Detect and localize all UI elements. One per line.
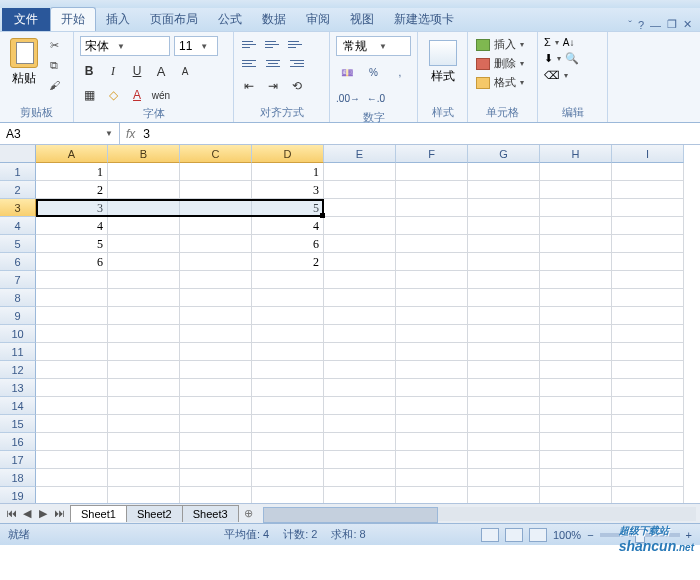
- cell-B1[interactable]: [108, 163, 180, 181]
- cell-C10[interactable]: [180, 325, 252, 343]
- cell-B18[interactable]: [108, 469, 180, 487]
- normal-view-button[interactable]: [481, 528, 499, 542]
- cell-F5[interactable]: [396, 235, 468, 253]
- cell-B9[interactable]: [108, 307, 180, 325]
- tab-view[interactable]: 视图: [340, 8, 384, 31]
- cell-B19[interactable]: [108, 487, 180, 503]
- cell-A11[interactable]: [36, 343, 108, 361]
- tab-insert[interactable]: 插入: [96, 8, 140, 31]
- cell-C17[interactable]: [180, 451, 252, 469]
- cell-A5[interactable]: 5: [36, 235, 108, 253]
- cell-C11[interactable]: [180, 343, 252, 361]
- column-header-D[interactable]: D: [252, 145, 324, 163]
- font-size-combo[interactable]: 11 ▼: [174, 36, 218, 56]
- cell-E13[interactable]: [324, 379, 396, 397]
- cell-A7[interactable]: [36, 271, 108, 289]
- cell-G18[interactable]: [468, 469, 540, 487]
- cell-A4[interactable]: 4: [36, 217, 108, 235]
- row-header-2[interactable]: 2: [0, 181, 36, 199]
- cell-H5[interactable]: [540, 235, 612, 253]
- cell-E1[interactable]: [324, 163, 396, 181]
- cell-D8[interactable]: [252, 289, 324, 307]
- underline-button[interactable]: U: [128, 62, 146, 80]
- cell-F3[interactable]: [396, 199, 468, 217]
- page-break-view-button[interactable]: [529, 528, 547, 542]
- cell-B4[interactable]: [108, 217, 180, 235]
- zoom-out-button[interactable]: −: [587, 529, 593, 541]
- cell-I3[interactable]: [612, 199, 684, 217]
- cell-G13[interactable]: [468, 379, 540, 397]
- cell-C5[interactable]: [180, 235, 252, 253]
- cell-A13[interactable]: [36, 379, 108, 397]
- cell-B14[interactable]: [108, 397, 180, 415]
- row-header-17[interactable]: 17: [0, 451, 36, 469]
- orientation-button[interactable]: ⟲: [288, 77, 306, 95]
- cell-H12[interactable]: [540, 361, 612, 379]
- cell-D6[interactable]: 2: [252, 253, 324, 271]
- cell-D11[interactable]: [252, 343, 324, 361]
- cell-E6[interactable]: [324, 253, 396, 271]
- currency-button[interactable]: 💷: [336, 62, 358, 82]
- cell-B6[interactable]: [108, 253, 180, 271]
- cell-G2[interactable]: [468, 181, 540, 199]
- cell-I7[interactable]: [612, 271, 684, 289]
- column-header-A[interactable]: A: [36, 145, 108, 163]
- cell-C1[interactable]: [180, 163, 252, 181]
- cell-F16[interactable]: [396, 433, 468, 451]
- row-header-6[interactable]: 6: [0, 253, 36, 271]
- cell-H6[interactable]: [540, 253, 612, 271]
- cell-A6[interactable]: 6: [36, 253, 108, 271]
- cell-F9[interactable]: [396, 307, 468, 325]
- phonetic-button[interactable]: wén: [152, 86, 170, 104]
- column-header-E[interactable]: E: [324, 145, 396, 163]
- cell-I10[interactable]: [612, 325, 684, 343]
- cell-G19[interactable]: [468, 487, 540, 503]
- cell-A12[interactable]: [36, 361, 108, 379]
- cell-G3[interactable]: [468, 199, 540, 217]
- name-box[interactable]: A3 ▼: [0, 123, 120, 144]
- clear-button[interactable]: ⌫▾: [544, 69, 601, 82]
- cell-C16[interactable]: [180, 433, 252, 451]
- cell-C13[interactable]: [180, 379, 252, 397]
- format-painter-icon[interactable]: 🖌: [46, 78, 62, 92]
- styles-button[interactable]: 样式: [424, 36, 461, 89]
- cell-D14[interactable]: [252, 397, 324, 415]
- cell-H16[interactable]: [540, 433, 612, 451]
- cell-F17[interactable]: [396, 451, 468, 469]
- cell-E7[interactable]: [324, 271, 396, 289]
- align-top-button[interactable]: [240, 36, 260, 52]
- column-header-G[interactable]: G: [468, 145, 540, 163]
- cell-H10[interactable]: [540, 325, 612, 343]
- page-layout-view-button[interactable]: [505, 528, 523, 542]
- cell-G11[interactable]: [468, 343, 540, 361]
- tab-file[interactable]: 文件: [2, 8, 50, 31]
- cell-E9[interactable]: [324, 307, 396, 325]
- add-sheet-button[interactable]: ⊕: [238, 505, 259, 522]
- row-header-1[interactable]: 1: [0, 163, 36, 181]
- cell-A14[interactable]: [36, 397, 108, 415]
- prev-sheet-button[interactable]: ◀: [20, 507, 34, 520]
- cell-H19[interactable]: [540, 487, 612, 503]
- cell-E11[interactable]: [324, 343, 396, 361]
- tab-formulas[interactable]: 公式: [208, 8, 252, 31]
- row-header-10[interactable]: 10: [0, 325, 36, 343]
- cell-D9[interactable]: [252, 307, 324, 325]
- cell-F19[interactable]: [396, 487, 468, 503]
- window-close-icon[interactable]: ✕: [683, 18, 692, 31]
- decrease-decimal-button[interactable]: ←.0: [364, 88, 388, 108]
- cell-I12[interactable]: [612, 361, 684, 379]
- cell-E3[interactable]: [324, 199, 396, 217]
- cell-A18[interactable]: [36, 469, 108, 487]
- horizontal-scrollbar[interactable]: [263, 507, 696, 521]
- cell-H14[interactable]: [540, 397, 612, 415]
- cell-G5[interactable]: [468, 235, 540, 253]
- cell-D15[interactable]: [252, 415, 324, 433]
- cell-B7[interactable]: [108, 271, 180, 289]
- cell-B2[interactable]: [108, 181, 180, 199]
- cell-B16[interactable]: [108, 433, 180, 451]
- cell-C8[interactable]: [180, 289, 252, 307]
- font-color-button[interactable]: A: [128, 86, 146, 104]
- cell-E5[interactable]: [324, 235, 396, 253]
- cell-E12[interactable]: [324, 361, 396, 379]
- cell-I8[interactable]: [612, 289, 684, 307]
